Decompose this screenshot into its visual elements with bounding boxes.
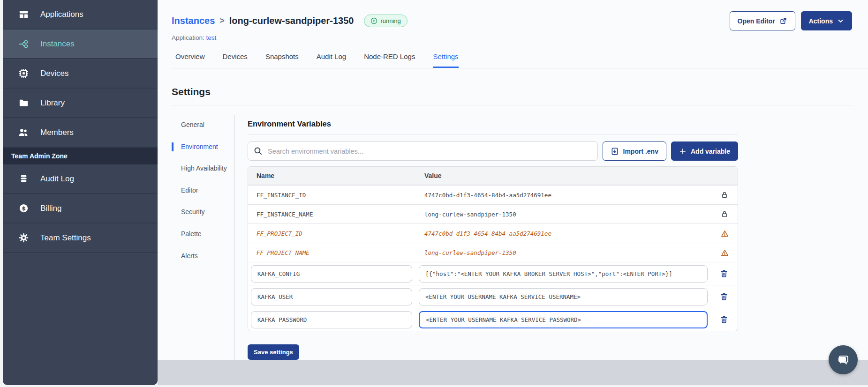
breadcrumb-separator: > [219, 16, 225, 26]
sidebar-item-label: Audit Log [40, 174, 74, 184]
sidebar: Applications Instances Devices Library M… [3, 0, 158, 385]
settings-nav-high-availability[interactable]: High Availability [172, 164, 228, 173]
settings-nav-editor[interactable]: Editor [172, 186, 228, 195]
database-icon [18, 173, 29, 185]
env-var-name: FF_INSTANCE_ID [248, 192, 416, 199]
settings-nav: General Environment High Availability Ed… [172, 115, 234, 360]
env-var-name: FF_INSTANCE_NAME [248, 211, 416, 218]
svg-text:$: $ [22, 205, 26, 212]
sidebar-section-label: Team Admin Zone [3, 148, 158, 164]
applications-icon [18, 9, 29, 20]
tab-devices[interactable]: Devices [223, 52, 248, 68]
dollar-icon: $ [18, 203, 29, 214]
sidebar-item-devices[interactable]: Devices [3, 59, 158, 89]
chip-icon [18, 68, 29, 79]
column-header-value: Value [416, 172, 711, 179]
tab-settings[interactable]: Settings [433, 52, 458, 68]
settings-nav-general[interactable]: General [172, 120, 228, 130]
sidebar-item-label: Instances [40, 39, 75, 49]
table-row: FF_PROJECT_ID 4747c0bd-d1f3-4654-84b4-aa… [248, 223, 738, 243]
tab-node-red-logs[interactable]: Node-RED Logs [364, 52, 415, 68]
env-var-value: long-curlew-sandpiper-1350 [416, 211, 711, 218]
env-var-value: 4747c0bd-d1f3-4654-84b4-aa5d274691ee [416, 230, 711, 237]
column-header-name: Name [248, 172, 416, 179]
sidebar-item-audit-log[interactable]: Audit Log [3, 164, 158, 194]
add-variable-button[interactable]: Add variable [671, 141, 738, 161]
breadcrumb-instances-link[interactable]: Instances [172, 15, 215, 26]
sidebar-item-label: Devices [40, 69, 68, 78]
members-icon [18, 127, 29, 138]
env-var-name-input[interactable] [251, 311, 412, 328]
table-row: FF_INSTANCE_NAME long-curlew-sandpiper-1… [248, 204, 738, 223]
tab-snapshots[interactable]: Snapshots [265, 52, 299, 68]
instances-icon [18, 38, 29, 50]
play-circle-icon [370, 17, 377, 24]
env-var-value-input[interactable] [419, 265, 708, 283]
env-vars-divider [248, 134, 738, 134]
page-title: long-curlew-sandpiper-1350 [229, 15, 354, 26]
breadcrumb: Instances > long-curlew-sandpiper-1350 r… [172, 0, 854, 30]
import-env-button[interactable]: Import .env [603, 141, 666, 161]
sidebar-item-label: Billing [40, 204, 61, 213]
external-link-icon [779, 17, 787, 25]
lock-icon [711, 191, 738, 199]
env-var-name-input[interactable] [251, 288, 412, 305]
env-vars-title: Environment Variables [248, 119, 738, 128]
env-var-name-input[interactable] [251, 265, 412, 283]
actions-button[interactable]: Actions [801, 11, 852, 30]
settings-nav-security[interactable]: Security [172, 208, 228, 217]
chevron-down-icon [837, 17, 844, 24]
instance-tabs: Overview Devices Snapshots Audit Log Nod… [172, 52, 868, 68]
env-var-name: FF_PROJECT_ID [248, 230, 416, 237]
warning-icon [711, 249, 738, 257]
env-var-value-input-focused[interactable] [419, 311, 708, 328]
table-row [248, 262, 738, 285]
save-settings-button[interactable]: Save settings [248, 344, 299, 360]
sidebar-item-members[interactable]: Members [3, 118, 158, 148]
settings-divider [172, 105, 854, 105]
warning-icon [711, 230, 738, 238]
status-badge-label: running [380, 17, 400, 24]
chat-widget-button[interactable] [829, 345, 858, 374]
sidebar-item-instances[interactable]: Instances [3, 30, 158, 59]
open-editor-button[interactable]: Open Editor [730, 11, 795, 30]
table-row [248, 285, 738, 308]
sidebar-item-label: Members [40, 128, 74, 137]
application-line: Application: test [172, 34, 854, 41]
delete-variable-button[interactable] [720, 269, 728, 278]
search-input[interactable] [248, 141, 598, 161]
application-link[interactable]: test [206, 34, 217, 41]
sidebar-item-label: Team Settings [40, 233, 91, 243]
delete-variable-button[interactable] [720, 292, 728, 301]
folder-icon [18, 97, 29, 109]
plus-icon [679, 148, 687, 155]
table-row: FF_INSTANCE_ID 4747c0bd-d1f3-4654-84b4-a… [248, 185, 738, 204]
settings-title: Settings [172, 86, 854, 97]
sidebar-item-library[interactable]: Library [3, 89, 158, 118]
sidebar-item-applications[interactable]: Applications [3, 0, 158, 30]
table-header: Name Value [248, 167, 738, 185]
gear-icon [18, 232, 29, 244]
tab-overview[interactable]: Overview [175, 52, 205, 68]
table-row: FF_PROJECT_NAME long-curlew-sandpiper-13… [248, 243, 738, 262]
chat-icon [836, 353, 850, 367]
settings-nav-environment[interactable]: Environment [172, 142, 228, 152]
delete-variable-button[interactable] [720, 315, 728, 324]
sidebar-item-team-settings[interactable]: Team Settings [3, 223, 158, 253]
lock-icon [711, 210, 738, 218]
sidebar-item-label: Library [40, 98, 65, 108]
env-var-value-input[interactable] [419, 288, 708, 305]
sidebar-item-billing[interactable]: $ Billing [3, 194, 158, 223]
env-vars-table: Name Value FF_INSTANCE_ID 4747c0bd-d1f3-… [248, 166, 738, 331]
table-row [248, 308, 738, 331]
tab-audit-log[interactable]: Audit Log [317, 52, 346, 68]
import-file-icon [611, 147, 619, 156]
env-var-name: FF_PROJECT_NAME [248, 249, 416, 256]
settings-nav-palette[interactable]: Palette [172, 230, 228, 239]
search-icon [254, 147, 263, 157]
settings-nav-alerts[interactable]: Alerts [172, 252, 228, 261]
env-var-value: 4747c0bd-d1f3-4654-84b4-aa5d274691ee [416, 192, 711, 199]
sidebar-item-label: Applications [40, 10, 83, 19]
status-badge: running [364, 15, 407, 27]
env-var-value: long-curlew-sandpiper-1350 [416, 249, 711, 256]
